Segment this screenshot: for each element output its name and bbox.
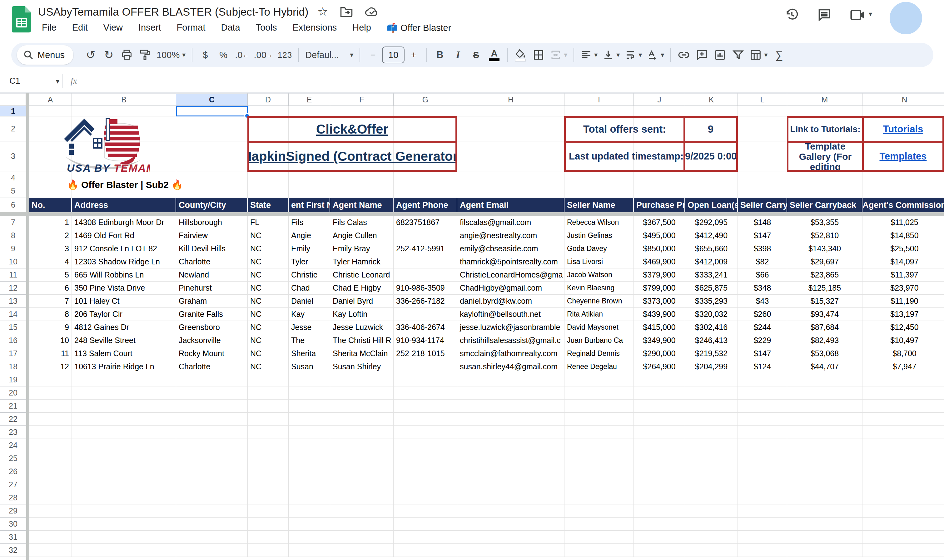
increase-font-size-button[interactable]: + [404, 46, 423, 64]
row-header-32[interactable]: 32 [0, 544, 26, 557]
cell-L4[interactable] [738, 171, 787, 184]
row-header-4[interactable]: 4 [0, 171, 26, 184]
row-header-8[interactable]: 8 [0, 229, 26, 242]
strikethrough-button[interactable]: S [467, 46, 485, 64]
cell-M15[interactable]: $87,684 [787, 321, 862, 334]
cell-N9[interactable]: $25,500 [862, 242, 944, 255]
cell-I12[interactable]: Kevin Blaesing [565, 282, 634, 295]
cell-H27[interactable] [457, 478, 565, 491]
cell-E12[interactable]: Chad [288, 282, 330, 295]
cell-L25[interactable] [738, 452, 787, 465]
cell-D27[interactable] [248, 478, 288, 491]
header-cell[interactable]: ent First Na [288, 198, 330, 212]
cell-A15[interactable]: 9 [29, 321, 72, 334]
cell-H31[interactable] [457, 531, 565, 544]
cell-D12[interactable]: NC [248, 282, 288, 295]
cell-G16[interactable]: 910-934-1174 [393, 334, 457, 347]
cell-E1[interactable] [288, 106, 330, 117]
more-formats-button[interactable]: 123 [275, 46, 295, 64]
cell-I31[interactable] [565, 531, 634, 544]
cell-H7[interactable]: filscalas@gmail.com [457, 216, 565, 229]
cell-E19[interactable] [288, 373, 330, 386]
cell-D21[interactable] [248, 400, 288, 413]
cell-K25[interactable] [685, 452, 738, 465]
text-wrap-button[interactable] [622, 46, 645, 64]
cell-E30[interactable] [288, 518, 330, 531]
cell-N32[interactable] [862, 544, 944, 557]
napkinsigned-link[interactable]: NapkinSigned (Contract Generator) [247, 149, 457, 164]
cell-H9[interactable]: emily@cbseaside.com [457, 242, 565, 255]
format-percent-button[interactable]: % [214, 46, 232, 64]
cell-G21[interactable] [393, 400, 457, 413]
cell-A26[interactable] [29, 465, 72, 478]
cell-F29[interactable] [330, 505, 393, 518]
cell-E18[interactable]: Susan [288, 360, 330, 373]
cell-B24[interactable] [72, 439, 176, 452]
cell-L19[interactable] [738, 373, 787, 386]
comments-icon[interactable] [818, 8, 831, 22]
header-cell[interactable]: Address [72, 198, 176, 212]
cell-H11[interactable]: ChristieLeonardHomes@gma [457, 268, 565, 282]
cell-B10[interactable]: 12303 Shadow Ridge Ln [72, 255, 176, 268]
cell-F28[interactable] [330, 491, 393, 505]
cell-E27[interactable] [288, 478, 330, 491]
create-filter-button[interactable] [729, 46, 747, 64]
cell-J11[interactable]: $379,900 [634, 268, 685, 282]
cell-H29[interactable] [457, 505, 565, 518]
cell-I24[interactable] [565, 439, 634, 452]
cell-B8[interactable]: 1469 Old Fort Rd [72, 229, 176, 242]
cell-H32[interactable] [457, 544, 565, 557]
cell-F26[interactable] [330, 465, 393, 478]
cell-C29[interactable] [176, 505, 248, 518]
select-all-corner[interactable] [0, 93, 26, 106]
cell-N27[interactable] [862, 478, 944, 491]
row-header-9[interactable]: 9 [0, 242, 26, 255]
cell-M21[interactable] [787, 400, 862, 413]
cell-B19[interactable] [72, 373, 176, 386]
cell-N28[interactable] [862, 491, 944, 505]
cell-I27[interactable] [565, 478, 634, 491]
cell-G31[interactable] [393, 531, 457, 544]
bold-button[interactable]: B [431, 46, 449, 64]
cell-N30[interactable] [862, 518, 944, 531]
cell-M13[interactable]: $15,327 [787, 295, 862, 308]
cell-L17[interactable]: $147 [738, 347, 787, 360]
font-select[interactable]: Defaul... [303, 46, 356, 64]
cell-J21[interactable] [634, 400, 685, 413]
cell-L21[interactable] [738, 400, 787, 413]
redo-button[interactable]: ↻ [100, 46, 118, 64]
cell-F30[interactable] [330, 518, 393, 531]
cell-G11[interactable] [393, 268, 457, 282]
row-header-6[interactable]: 6 [0, 198, 26, 212]
cell-D8[interactable]: NC [248, 229, 288, 242]
cell-I21[interactable] [565, 400, 634, 413]
menu-tools[interactable]: Tools [250, 21, 283, 35]
cell-D7[interactable]: FL [248, 216, 288, 229]
cell-I10[interactable]: Lisa Livorsi [565, 255, 634, 268]
row-header-17[interactable]: 17 [0, 347, 26, 360]
cell-E17[interactable]: Sherita [288, 347, 330, 360]
version-history-icon[interactable] [785, 8, 799, 22]
cell-B29[interactable] [72, 505, 176, 518]
cell-B15[interactable]: 4812 Gaines Dr [72, 321, 176, 334]
cell-K27[interactable] [685, 478, 738, 491]
cell-H12[interactable]: ChadHigby@gmail.com [457, 282, 565, 295]
cell-I9[interactable]: Goda Davey [565, 242, 634, 255]
cell-K5[interactable] [685, 184, 738, 198]
cell-A32[interactable] [29, 544, 72, 557]
cell-G26[interactable] [393, 465, 457, 478]
cell-K7[interactable]: $292,095 [685, 216, 738, 229]
cell-I4[interactable] [565, 171, 634, 184]
cell-M31[interactable] [787, 531, 862, 544]
cell-H2[interactable] [457, 117, 565, 142]
cell-A12[interactable]: 6 [29, 282, 72, 295]
cell-B17[interactable]: 113 Salem Court [72, 347, 176, 360]
cell-E10[interactable]: Tyler [288, 255, 330, 268]
cell-F23[interactable] [330, 426, 393, 439]
cell-D20[interactable] [248, 386, 288, 400]
cell-N11[interactable]: $11,397 [862, 268, 944, 282]
cell-N19[interactable] [862, 373, 944, 386]
print-button[interactable] [118, 46, 136, 64]
cell-L27[interactable] [738, 478, 787, 491]
text-color-button[interactable]: A [485, 46, 503, 64]
